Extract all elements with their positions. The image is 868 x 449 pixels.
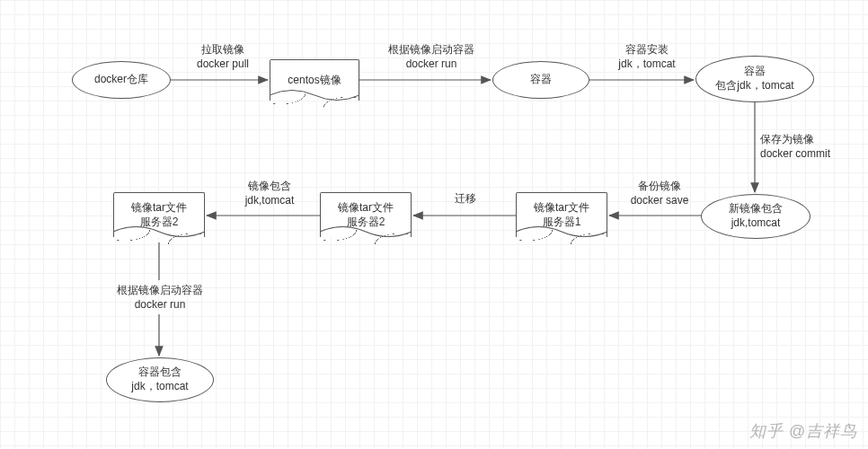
edge-label-text: 镜像包含 xyxy=(232,180,307,194)
edge-label-save: 备份镜像 docker save xyxy=(622,180,697,207)
edge-label-contains: 镜像包含 jdk,tomcat xyxy=(232,180,307,207)
edge-label-text: jdk,tomcat xyxy=(232,194,307,208)
edge-label-install: 容器安装 jdk，tomcat xyxy=(604,43,690,71)
node-container: 容器 xyxy=(492,61,589,99)
edge-label-text: docker save xyxy=(622,194,697,208)
node-label: docker仓库 xyxy=(94,73,148,87)
edge-label-migrate: 迁移 xyxy=(447,192,483,207)
edge-label-commit: 保存为镜像 docker commit xyxy=(760,133,859,161)
node-label: 容器包含 xyxy=(138,365,182,380)
node-new-image: 新镜像包含 jdk,tomcat xyxy=(701,194,810,239)
edge-label-text: 根据镜像启动容器 xyxy=(377,43,485,57)
node-label: jdk,tomcat xyxy=(731,216,781,231)
node-label: 包含jdk，tomcat xyxy=(715,79,793,93)
node-label: 容器 xyxy=(530,73,552,87)
edge-label-run2: 根据镜像启动容器 docker run xyxy=(106,284,214,312)
edge-label-text: docker pull xyxy=(185,57,261,72)
edge-label-text: 容器安装 xyxy=(604,43,690,57)
edge-label-text: 保存为镜像 xyxy=(760,133,859,147)
node-final-container: 容器包含 jdk，tomcat xyxy=(106,357,214,402)
node-label: 新镜像包含 xyxy=(729,202,783,216)
node-container-with-jdk-tomcat: 容器 包含jdk，tomcat xyxy=(695,56,814,102)
edge-label-text: 备份镜像 xyxy=(622,180,697,194)
edge-label-text: 迁移 xyxy=(447,192,483,207)
node-tar-server1: 镜像tar文件 服务器1 xyxy=(516,192,607,237)
edge-label-text: docker run xyxy=(377,57,485,72)
edge-label-run1: 根据镜像启动容器 docker run xyxy=(377,43,485,71)
node-label: 镜像tar文件 xyxy=(534,201,589,216)
edge-label-text: docker commit xyxy=(760,147,859,162)
node-label: jdk，tomcat xyxy=(131,380,188,394)
node-centos-image: centos镜像 xyxy=(270,59,359,101)
edge-label-pull: 拉取镜像 docker pull xyxy=(185,43,261,71)
edge-label-text: docker run xyxy=(106,298,214,313)
node-tar-server2-left: 镜像tar文件 服务器2 xyxy=(113,192,205,237)
node-docker-repo: docker仓库 xyxy=(72,61,171,99)
watermark: 知乎 @吉祥鸟 xyxy=(749,420,857,442)
node-tar-server2-mid: 镜像tar文件 服务器2 xyxy=(320,192,412,237)
edge-label-text: 根据镜像启动容器 xyxy=(106,284,214,298)
edge-label-text: jdk，tomcat xyxy=(604,57,690,72)
node-label: 镜像tar文件 xyxy=(338,201,394,216)
node-label: 容器 xyxy=(744,65,766,79)
edge-label-text: 拉取镜像 xyxy=(185,43,261,57)
node-label: 镜像tar文件 xyxy=(131,201,187,216)
node-label: centos镜像 xyxy=(288,74,341,88)
